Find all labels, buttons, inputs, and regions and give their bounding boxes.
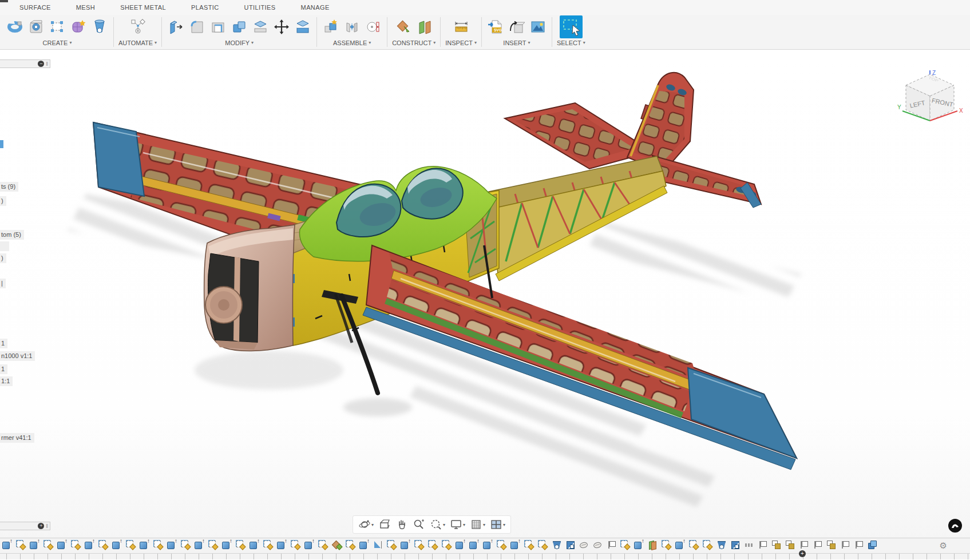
- timeline-feature-sketch[interactable]: [428, 540, 438, 550]
- expand-icon[interactable]: +: [38, 523, 44, 529]
- assemble-menu[interactable]: ASSEMBLE▾: [333, 38, 371, 47]
- timeline-feature-sketch[interactable]: [291, 540, 300, 550]
- timeline-feature-flag[interactable]: [799, 540, 809, 550]
- tab-manage[interactable]: MANAGE: [301, 4, 330, 11]
- timeline-feature-sketch[interactable]: [318, 540, 328, 550]
- insert-menu[interactable]: INSERT▾: [503, 38, 530, 47]
- timeline-feature-midplane[interactable]: [332, 540, 342, 550]
- timeline-feature-sketch[interactable]: [98, 540, 108, 550]
- timeline-feature-extrude[interactable]: [634, 540, 644, 550]
- browser-item[interactable]: 1:1: [0, 376, 13, 386]
- timeline-feature-extrude[interactable]: [112, 540, 122, 550]
- timeline[interactable]: ⚙ +: [0, 538, 970, 559]
- timeline-feature-sketch[interactable]: [16, 540, 26, 550]
- create-menu[interactable]: CREATE▾: [43, 38, 72, 47]
- timeline-feature-patch[interactable]: [593, 540, 603, 550]
- derive-icon[interactable]: [508, 18, 526, 36]
- timeline-feature-extrude[interactable]: [140, 540, 149, 550]
- timeline-feature-extrude[interactable]: [277, 540, 287, 550]
- zoom-button[interactable]: [411, 517, 427, 532]
- combine-icon[interactable]: [230, 18, 248, 36]
- tab-mesh[interactable]: MESH: [76, 4, 95, 11]
- tab-plastic[interactable]: PLASTIC: [191, 4, 219, 11]
- midplane-icon[interactable]: [394, 18, 413, 36]
- timeline-settings-gear-icon[interactable]: ⚙: [940, 541, 947, 550]
- measure-icon[interactable]: [452, 18, 470, 36]
- timeline-feature-derive[interactable]: [771, 540, 781, 550]
- timeline-feature-flag[interactable]: [607, 540, 616, 550]
- timeline-feature-extrude[interactable]: [222, 540, 232, 550]
- timeline-feature-flag[interactable]: [758, 540, 767, 550]
- timeline-feature-extrude[interactable]: [469, 540, 479, 550]
- select-menu[interactable]: SELECT▾: [557, 38, 585, 47]
- timeline-feature-flag[interactable]: [854, 540, 864, 550]
- timeline-feature-extrude[interactable]: [250, 540, 259, 550]
- timeline-feature-flag[interactable]: [813, 540, 822, 550]
- grid-and-snaps-button[interactable]: ▾: [468, 517, 487, 532]
- timeline-ruler[interactable]: +: [0, 553, 970, 559]
- move-copy-icon[interactable]: [272, 18, 291, 36]
- view-cube[interactable]: LEFT FRONT TOP X Y Z: [897, 67, 963, 128]
- loft-icon[interactable]: [90, 18, 109, 36]
- timeline-feature-hole[interactable]: [716, 540, 726, 550]
- timeline-playhead[interactable]: +: [799, 550, 806, 557]
- timeline-feature-sketch[interactable]: [236, 540, 246, 550]
- shell-icon[interactable]: [209, 18, 227, 36]
- assistant-badge[interactable]: [948, 518, 963, 533]
- revolve-icon[interactable]: [6, 18, 24, 36]
- timeline-feature-extrude[interactable]: [483, 540, 493, 550]
- create-form-icon[interactable]: [69, 18, 88, 36]
- joint-origin-icon[interactable]: [364, 18, 382, 36]
- orbit-button[interactable]: ▾: [357, 517, 375, 532]
- collapse-icon[interactable]: −: [38, 61, 44, 67]
- timeline-feature-mirror[interactable]: [373, 540, 383, 550]
- browser-item[interactable]: |: [0, 279, 6, 288]
- modify-menu[interactable]: MODIFY▾: [225, 38, 254, 47]
- timeline-feature-sketch[interactable]: [620, 540, 630, 550]
- timeline-feature-boundary-fill[interactable]: [730, 540, 740, 550]
- browser-item[interactable]: rmer v41:1: [0, 433, 34, 443]
- timeline-feature-extrude[interactable]: [675, 540, 685, 550]
- browser-item[interactable]: 1: [0, 339, 7, 348]
- construct-menu[interactable]: CONSTRUCT▾: [392, 38, 435, 47]
- browser-item[interactable]: tom (5): [0, 230, 24, 240]
- timeline-feature-patch[interactable]: [579, 540, 589, 550]
- fillet-icon[interactable]: [188, 18, 206, 36]
- insert-svg-icon[interactable]: SVG: [486, 18, 505, 36]
- timeline-feature-sketch[interactable]: [689, 540, 699, 550]
- timeline-feature-sketch[interactable]: [43, 540, 53, 550]
- pan-button[interactable]: [394, 517, 410, 532]
- model-viewport[interactable]: − ‖ + ‖ ts (9))tom (5))|1n1000 v1:111:1r…: [0, 50, 970, 538]
- drag-grip-icon[interactable]: ‖: [46, 523, 48, 529]
- timeline-feature-flag[interactable]: [840, 540, 850, 550]
- timeline-feature-extrude[interactable]: [30, 540, 39, 550]
- drag-grip-icon[interactable]: ‖: [46, 61, 48, 67]
- new-component-icon[interactable]: [322, 18, 340, 36]
- automate-menu[interactable]: AUTOMATE▾: [118, 38, 157, 47]
- create-sketch-icon[interactable]: [48, 18, 66, 36]
- timeline-feature-extrude[interactable]: [195, 540, 204, 550]
- timeline-feature-extrude[interactable]: [510, 540, 520, 550]
- browser-item[interactable]: n1000 v1:1: [0, 351, 35, 361]
- zoom-window-button[interactable]: ▾: [428, 517, 447, 532]
- timeline-feature-sketch[interactable]: [387, 540, 397, 550]
- timeline-feature-offset-plane[interactable]: [648, 540, 658, 550]
- timeline-feature-derive[interactable]: [785, 540, 795, 550]
- inspect-menu[interactable]: INSPECT▾: [445, 38, 477, 47]
- browser-item[interactable]: ts (9): [0, 182, 18, 192]
- timeline-feature-rectangular-pattern[interactable]: [744, 540, 754, 550]
- timeline-feature-sketch[interactable]: [442, 540, 452, 550]
- timeline-feature-sketch[interactable]: [208, 540, 218, 550]
- tab-surface[interactable]: SURFACE: [19, 4, 51, 11]
- timeline-feature-derive[interactable]: [826, 540, 836, 550]
- viewports-button[interactable]: ▾: [488, 517, 507, 532]
- browser-item[interactable]: ): [0, 253, 6, 263]
- offset-face-icon[interactable]: [251, 18, 270, 36]
- timeline-feature-sketch[interactable]: [414, 540, 424, 550]
- timeline-feature-combine[interactable]: [868, 540, 877, 550]
- browser-item-icon[interactable]: [0, 140, 3, 148]
- timeline-feature-extrude[interactable]: [359, 540, 369, 550]
- timeline-feature-extrude[interactable]: [2, 540, 12, 550]
- timeline-feature-extrude[interactable]: [304, 540, 314, 550]
- timeline-feature-sketch[interactable]: [524, 540, 534, 550]
